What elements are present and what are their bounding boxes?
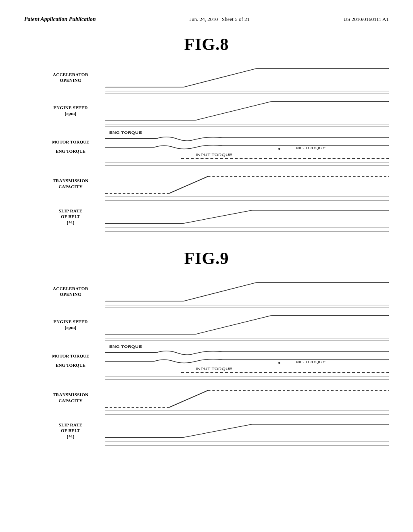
fig9-accelerator-row: ACCELERATOROPENING [40,275,389,308]
fig9-engine-speed-label: ENGINE SPEED[rpm] [40,319,105,330]
svg-line-18 [169,177,208,193]
fig9-accelerator-chart [105,275,389,308]
fig9-transmission-row: TRANSMISSIONCAPACITY [40,380,389,415]
fig8-slip-chart [105,202,389,232]
svg-line-1 [184,69,257,87]
fig9-transmission-label: TRANSMISSIONCAPACITY [40,392,105,403]
svg-line-30 [196,316,271,334]
fig8-slip-row: SLIP RATEOF BELT[%] [40,202,389,232]
svg-line-5 [196,102,271,120]
svg-text:ENG TORQUE: ENG TORQUE [109,344,142,349]
fig9-torque-labels: MOTOR TORQUE ENG TORQUE [40,341,105,380]
fig9-engine-speed-row: ENGINE SPEED[rpm] [40,308,389,341]
publication-number: US 2010/0160111 A1 [344,16,389,23]
svg-line-43 [169,391,208,407]
svg-line-22 [184,210,252,224]
page: Patent Application Publication Jun. 24, … [0,0,413,532]
svg-text:ENG TORQUE: ENG TORQUE [109,130,142,135]
fig8-section: FIG.8 ACCELERATOROPENING [24,35,389,233]
fig9-title: FIG.9 [24,249,389,268]
fig8-slip-label: SLIP RATEOF BELT[%] [40,208,105,225]
fig8-torque-chart: ENG TORQUE MG TORQUE [105,127,389,166]
fig9-motor-torque-label: MOTOR TORQUE [40,353,101,359]
page-header: Patent Application Publication Jun. 24, … [24,16,389,23]
fig8-accelerator-chart [105,61,389,94]
fig8-engine-speed-row: ENGINE SPEED[rpm] [40,94,389,127]
svg-marker-37 [277,362,280,364]
fig8-torque-labels: MOTOR TORQUE ENG TORQUE [40,127,105,166]
fig8-transmission-row: TRANSMISSIONCAPACITY [40,166,389,201]
fig9-slip-row: SLIP RATEOF BELT[%] [40,416,389,446]
fig9-torque-chart: ENG TORQUE MG TORQUE INPUT TORQUE [105,341,389,380]
fig8-accelerator-label: ACCELERATOROPENING [40,72,105,83]
fig8-eng-torque-label: ENG TORQUE [40,148,101,154]
svg-line-47 [184,424,252,438]
fig8-engine-speed-label: ENGINE SPEED[rpm] [40,105,105,116]
fig9-engine-speed-chart [105,308,389,341]
svg-text:INPUT TORQUE: INPUT TORQUE [196,152,232,157]
fig9-eng-torque-label: ENG TORQUE [40,362,101,368]
fig8-title: FIG.8 [24,35,389,54]
publication-label: Patent Application Publication [24,16,96,23]
fig9-slip-label: SLIP RATEOF BELT[%] [40,422,105,439]
pub-date: Jun. 24, 2010 [190,16,218,22]
publication-date-sheet: Jun. 24, 2010 Sheet 5 of 21 [190,16,250,23]
fig8-engine-speed-chart [105,94,389,127]
fig9-torque-row: MOTOR TORQUE ENG TORQUE ENG TORQUE MG TO… [40,341,389,380]
svg-marker-12 [277,148,280,150]
fig8-motor-torque-label: MOTOR TORQUE [40,139,101,145]
svg-text:MG TORQUE: MG TORQUE [296,360,326,364]
fig9-transmission-chart [105,380,389,415]
fig9-accelerator-label: ACCELERATOROPENING [40,286,105,297]
fig8-charts: ACCELERATOROPENING ENGINE SPEED[rpm] [40,61,389,233]
sheet-info: Sheet 5 of 21 [222,16,250,22]
fig8-torque-row: MOTOR TORQUE ENG TORQUE ENG TORQUE MG TO… [40,127,389,166]
fig8-transmission-label: TRANSMISSIONCAPACITY [40,178,105,189]
svg-text:MG TORQUE: MG TORQUE [296,145,326,150]
fig9-charts: ACCELERATOROPENING ENGINE SPEED[rpm] [40,275,389,447]
svg-text:INPUT TORQUE: INPUT TORQUE [196,366,232,371]
fig8-accelerator-row: ACCELERATOROPENING [40,61,389,94]
fig8-transmission-chart [105,166,389,201]
fig9-slip-chart [105,416,389,446]
svg-line-26 [184,283,257,301]
fig9-section: FIG.9 ACCELERATOROPENING ENGINE SPEED[rp… [24,249,389,447]
